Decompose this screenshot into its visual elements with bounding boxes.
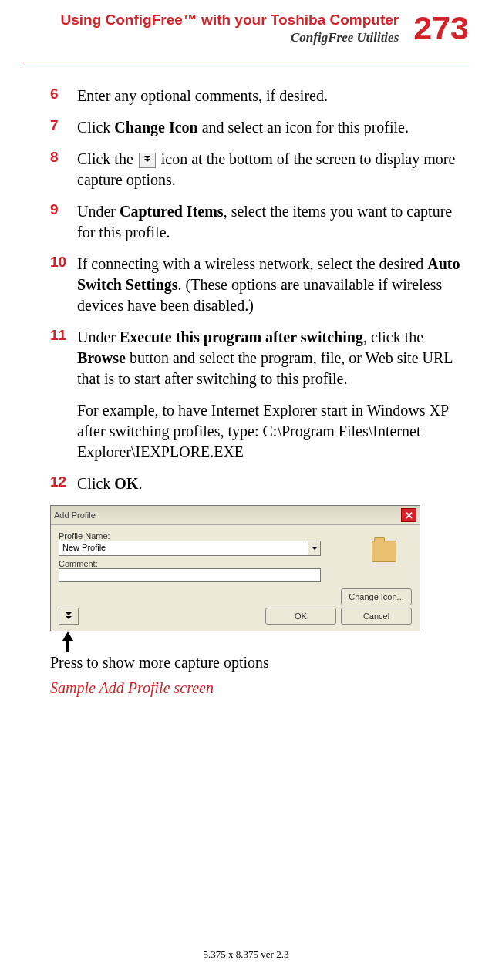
ok-button[interactable]: OK (265, 608, 336, 625)
annotation-text: Press to show more capture options (50, 654, 461, 672)
step-6: 6Enter any optional comments, if desired… (50, 86, 461, 106)
change-icon-button[interactable]: Change Icon... (341, 588, 412, 605)
dialog-titlebar: Add Profile ✕ (51, 506, 420, 525)
step-11: 11Under Execute this program after switc… (50, 327, 461, 389)
step-number: 8 (50, 149, 77, 166)
step-text: Click OK. (77, 473, 142, 494)
screenshot-figure: Add Profile ✕ Profile Name: New Profile … (50, 505, 461, 697)
profile-name-combo[interactable]: New Profile (59, 541, 321, 556)
page-footer: 5.375 x 8.375 ver 2.3 (0, 948, 492, 961)
comment-input[interactable] (59, 568, 321, 582)
step-9: 9Under Captured Items, select the items … (50, 201, 461, 243)
step-number: 11 (50, 327, 77, 344)
step-number: 10 (50, 254, 77, 271)
figure-caption: Sample Add Profile screen (50, 679, 461, 697)
example-paragraph: For example, to have Internet Explorer s… (77, 400, 461, 463)
cancel-button[interactable]: Cancel (341, 608, 412, 625)
comment-label: Comment: (59, 559, 412, 568)
close-button[interactable]: ✕ (401, 508, 416, 522)
profile-name-value: New Profile (59, 541, 308, 555)
step-text: Under Captured Items, select the items y… (77, 201, 461, 243)
page-number: 273 (413, 12, 469, 45)
main-content: 6Enter any optional comments, if desired… (0, 62, 492, 697)
header-title: Using ConfigFree™ with your Toshiba Comp… (60, 12, 399, 28)
step-10: 10If connecting with a wireless network,… (50, 254, 461, 316)
step-text: Enter any optional comments, if desired. (77, 86, 328, 106)
chevron-down-icon (139, 153, 156, 168)
step-7: 7Click Change Icon and select an icon fo… (50, 117, 461, 138)
step-text: Click Change Icon and select an icon for… (77, 117, 409, 138)
dropdown-icon[interactable] (308, 541, 320, 555)
folder-icon (372, 541, 396, 562)
header-title-block: Using ConfigFree™ with your Toshiba Comp… (60, 12, 399, 45)
dialog-title: Add Profile (54, 510, 96, 520)
step-number: 9 (50, 201, 77, 218)
arrow-stem (66, 641, 69, 652)
step-8: 8Click the icon at the bottom of the scr… (50, 149, 461, 190)
dialog-body: Profile Name: New Profile Comment: Chang… (51, 525, 420, 631)
step-number: 12 (50, 473, 77, 490)
step-text: If connecting with a wireless network, s… (77, 254, 461, 316)
header-subtitle: ConfigFree Utilities (60, 30, 399, 45)
expand-button[interactable] (59, 608, 79, 625)
arrow-up-icon (62, 631, 73, 641)
step-text: Under Execute this program after switchi… (77, 327, 461, 389)
step-number: 7 (50, 117, 77, 134)
add-profile-dialog: Add Profile ✕ Profile Name: New Profile … (50, 505, 420, 631)
profile-name-label: Profile Name: (59, 531, 412, 541)
step-text: Click the icon at the bottom of the scre… (77, 149, 461, 190)
page-header: Using ConfigFree™ with your Toshiba Comp… (0, 0, 492, 45)
arrow-annotation (60, 631, 461, 652)
step-12: 12 Click OK. (50, 473, 461, 494)
step-number: 6 (50, 86, 77, 103)
